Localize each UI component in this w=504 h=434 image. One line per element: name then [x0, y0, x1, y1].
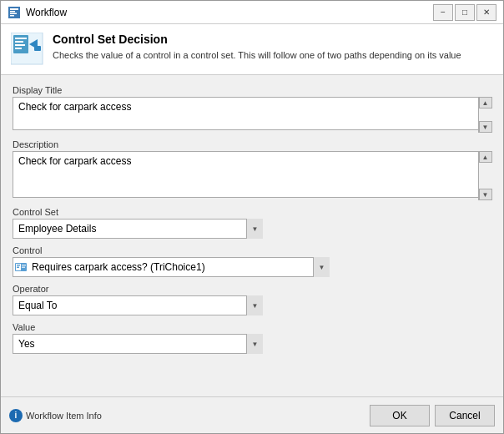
- description-scrollbar: ▲ ▼: [478, 151, 491, 200]
- control-group: Control Requires carpark access? (TriCho…: [13, 245, 491, 277]
- dialog-title: Control Set Decision: [53, 33, 493, 46]
- window-title: Workflow: [26, 7, 433, 18]
- footer-info-text: Workflow Item Info: [26, 411, 102, 421]
- control-select-wrap: Requires carpark access? (TriChoice1) ▼: [13, 257, 330, 277]
- operator-label: Operator: [13, 284, 491, 294]
- value-label: Value: [13, 322, 491, 332]
- value-group: Value Yes ▼: [13, 322, 491, 354]
- control-set-label: Control Set: [13, 207, 491, 217]
- cancel-button[interactable]: Cancel: [435, 405, 495, 426]
- maximize-button[interactable]: □: [455, 4, 475, 21]
- svg-rect-2: [10, 11, 15, 13]
- svg-rect-9: [15, 44, 25, 46]
- display-title-scrollbar: ▲ ▼: [478, 97, 491, 133]
- value-select[interactable]: Yes: [13, 334, 263, 354]
- description-label: Description: [13, 139, 491, 149]
- operator-select-wrap: Equal To ▼: [13, 295, 263, 315]
- desc-scroll-down-arrow[interactable]: ▼: [479, 189, 492, 200]
- control-select[interactable]: Requires carpark access? (TriChoice1): [13, 257, 330, 277]
- window-icon: [8, 6, 21, 19]
- display-title-input[interactable]: [13, 97, 491, 130]
- dialog-body: Display Title ▲ ▼ Description ▲ ▼: [1, 75, 503, 396]
- operator-group: Operator Equal To ▼: [13, 284, 491, 315]
- svg-rect-10: [15, 48, 22, 49]
- operator-select[interactable]: Equal To: [13, 295, 263, 315]
- footer-buttons: OK Cancel: [370, 405, 495, 426]
- display-title-group: Display Title ▲ ▼: [13, 85, 491, 133]
- display-title-wrap: ▲ ▼: [13, 97, 491, 133]
- value-select-wrap: Yes ▼: [13, 334, 263, 354]
- footer-info: i Workflow Item Info: [9, 409, 370, 422]
- control-set-select[interactable]: Employee Details: [13, 219, 263, 239]
- svg-rect-3: [10, 13, 17, 14]
- scroll-up-arrow[interactable]: ▲: [479, 97, 492, 108]
- window-controls: − □ ✕: [433, 4, 496, 21]
- svg-rect-7: [15, 38, 27, 39]
- title-bar: Workflow − □ ✕: [1, 1, 503, 24]
- close-button[interactable]: ✕: [476, 4, 496, 21]
- control-set-select-wrap: Employee Details ▼: [13, 219, 263, 239]
- svg-rect-4: [10, 15, 14, 17]
- minimize-button[interactable]: −: [433, 4, 453, 21]
- description-wrap: ▲ ▼: [13, 151, 491, 200]
- dialog-description: Checks the value of a control in a contr…: [53, 49, 493, 62]
- dialog-header: Control Set Decision Checks the value of…: [1, 24, 503, 75]
- desc-scroll-up-arrow[interactable]: ▲: [479, 151, 492, 163]
- display-title-label: Display Title: [13, 85, 491, 95]
- control-label: Control: [13, 245, 491, 255]
- header-icon: [11, 33, 44, 66]
- description-group: Description ▲ ▼: [13, 139, 491, 200]
- header-content: Control Set Decision Checks the value of…: [53, 33, 493, 62]
- description-input[interactable]: [13, 151, 491, 198]
- svg-rect-12: [34, 46, 41, 51]
- svg-rect-8: [15, 41, 23, 43]
- scroll-down-arrow[interactable]: ▼: [479, 121, 492, 133]
- control-set-group: Control Set Employee Details ▼: [13, 207, 491, 239]
- main-window: Workflow − □ ✕ Control Set Decision: [0, 0, 504, 434]
- info-icon: i: [9, 409, 23, 422]
- svg-rect-1: [10, 8, 18, 10]
- ok-button[interactable]: OK: [370, 405, 430, 426]
- dialog-footer: i Workflow Item Info OK Cancel: [1, 396, 503, 433]
